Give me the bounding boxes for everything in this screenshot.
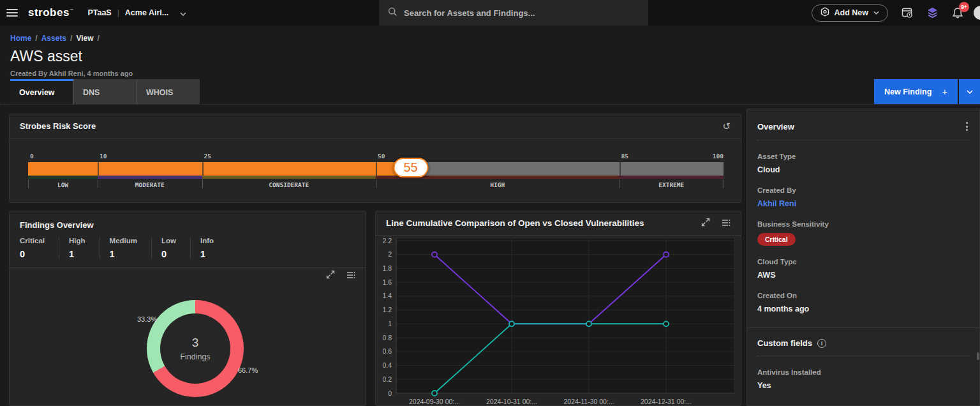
- chevron-down-icon: [873, 11, 879, 15]
- risk-score-header: Strobes Risk Score ↺: [10, 114, 741, 139]
- org-switcher[interactable]: Acme Airl...: [125, 8, 168, 17]
- svg-text:2.2: 2.2: [382, 237, 392, 244]
- svg-text:1: 1: [388, 320, 392, 327]
- divider: [10, 267, 366, 268]
- risk-score-gauge: 010255085100 55 LOWMODERATECONSIDERATEHI…: [28, 153, 724, 190]
- tab-dns[interactable]: DNS: [73, 79, 137, 104]
- scrollbar-thumb[interactable]: [977, 352, 979, 360]
- refresh-icon[interactable]: ↺: [722, 121, 731, 132]
- gauge-fill: [28, 162, 411, 176]
- breadcrumb-assets[interactable]: Assets: [41, 34, 66, 43]
- line-chart-toolbar: [701, 218, 731, 229]
- plus-icon: +: [942, 87, 947, 97]
- notification-count-badge: 9+: [959, 2, 969, 12]
- hamburger-menu-icon[interactable]: [6, 9, 18, 17]
- sidebar-header: Overview: [757, 109, 969, 140]
- hexagon-icon: [820, 7, 829, 19]
- breadcrumb-view: View: [76, 34, 93, 43]
- stat-info: Info 1: [190, 237, 228, 259]
- field-antivirus-installed: Antivirus Installed Yes: [757, 368, 969, 390]
- search-input[interactable]: [404, 8, 639, 18]
- findings-donut[interactable]: 3 Findings: [147, 300, 244, 397]
- line-chart-header: Line Cumulative Comparison of Open vs Cl…: [376, 211, 741, 236]
- breadcrumb-separator: /: [98, 34, 100, 43]
- custom-fields-header: Custom fields i: [757, 338, 969, 356]
- donut-label-red: 66.7%: [238, 366, 258, 374]
- stat-low: Low 0: [151, 237, 190, 259]
- topbar: strobes™ PTaaS | Acme Airl... Add New: [0, 0, 980, 26]
- expand-icon[interactable]: [701, 218, 710, 229]
- field-asset-type: Asset Type Cloud: [757, 153, 969, 174]
- risk-score-pill: 55: [393, 158, 428, 177]
- chevron-down-icon: [967, 90, 973, 94]
- donut-center: 3 Findings: [160, 313, 230, 384]
- svg-text:2024-10-31 00:...: 2024-10-31 00:...: [486, 398, 537, 405]
- line-chart-card: Line Cumulative Comparison of Open vs Cl…: [375, 211, 741, 406]
- brand-logo[interactable]: strobes™: [28, 6, 73, 19]
- donut-caption: Findings: [180, 352, 210, 361]
- svg-text:2024-11-30 00:...: 2024-11-30 00:...: [563, 398, 614, 405]
- breadcrumb-home[interactable]: Home: [10, 34, 31, 43]
- product-name: PTaaS: [87, 8, 111, 17]
- kebab-menu-icon[interactable]: [965, 121, 969, 132]
- svg-text:0.8: 0.8: [382, 334, 392, 342]
- stat-medium: Medium 1: [100, 237, 151, 259]
- divider: [757, 140, 969, 140]
- chart-menu-icon[interactable]: [722, 218, 731, 229]
- add-new-button[interactable]: Add New: [812, 4, 888, 22]
- donut-toolbar: [326, 270, 355, 282]
- asset-detail-sidebar: Overview Asset Type Cloud Created By Akh…: [746, 109, 980, 406]
- chart-menu-icon[interactable]: [346, 270, 355, 282]
- svg-text:1.8: 1.8: [382, 264, 392, 272]
- notifications-bell-icon[interactable]: 9+: [952, 7, 963, 19]
- svg-text:2: 2: [388, 250, 392, 258]
- layers-icon[interactable]: [926, 7, 939, 19]
- risk-score-title: Strobes Risk Score: [20, 121, 96, 131]
- field-cloud-type: Cloud Type AWS: [757, 258, 969, 280]
- new-finding-button[interactable]: New Finding +: [874, 79, 958, 104]
- tab-whois[interactable]: WHOIS: [137, 79, 200, 104]
- custom-fields-title: Custom fields: [757, 338, 812, 348]
- gauge-ticks: 010255085100: [28, 153, 724, 161]
- svg-text:1.6: 1.6: [382, 278, 392, 286]
- gauge-strip: [28, 176, 724, 179]
- tab-overview[interactable]: Overview: [10, 79, 73, 104]
- svg-text:0.4: 0.4: [382, 361, 392, 369]
- donut-label-green: 33.3%: [137, 315, 157, 323]
- svg-text:1.4: 1.4: [382, 292, 392, 299]
- critical-badge: Critical: [757, 233, 796, 246]
- page-subtitle: Created By Akhil Reni, 4 months ago: [10, 70, 133, 77]
- field-created-by: Created By Akhil Reni: [757, 186, 969, 208]
- new-finding-dropdown-button[interactable]: [959, 79, 980, 104]
- add-new-label: Add New: [835, 8, 868, 17]
- svg-text:2024-09-30 00:...: 2024-09-30 00:...: [409, 398, 460, 405]
- created-by-link[interactable]: Akhil Reni: [757, 199, 969, 208]
- stat-high: High 1: [59, 237, 100, 259]
- topbar-right: Add New 9+: [812, 0, 980, 26]
- line-chart-svg: 00.20.40.60.811.21.41.61.822.22024-09-30…: [376, 237, 742, 406]
- gauge-bar: 55: [28, 162, 724, 176]
- field-business-sensitivity: Business Sensitivity Critical: [757, 220, 969, 246]
- scan-schedule-icon[interactable]: [902, 7, 913, 19]
- topbar-left: strobes™ PTaaS | Acme Airl...: [0, 6, 186, 19]
- line-chart[interactable]: 00.20.40.60.811.21.41.61.822.22024-09-30…: [376, 237, 742, 406]
- divider: [757, 356, 969, 356]
- risk-score-card: Strobes Risk Score ↺ 010255085100 55 LOW…: [9, 114, 741, 203]
- info-icon[interactable]: i: [817, 339, 826, 348]
- svg-text:0.6: 0.6: [382, 347, 392, 355]
- page-title: AWS asset: [10, 48, 133, 65]
- divider: [747, 327, 979, 328]
- chevron-down-icon[interactable]: [180, 7, 186, 19]
- tab-bar: Overview DNS WHOIS New Finding +: [0, 79, 980, 105]
- trademark-mark: ™: [70, 8, 74, 12]
- svg-text:0: 0: [388, 389, 392, 397]
- app-root: strobes™ PTaaS | Acme Airl... Add New: [0, 0, 980, 406]
- line-chart-title: Line Cumulative Comparison of Open vs Cl…: [386, 218, 644, 228]
- global-search[interactable]: [379, 0, 648, 26]
- svg-text:2024-12-31 00:...: 2024-12-31 00:...: [641, 398, 692, 405]
- field-created-on: Created On 4 months ago: [757, 292, 969, 313]
- breadcrumb-separator: /: [35, 34, 37, 43]
- expand-icon[interactable]: [326, 270, 335, 282]
- findings-overview-title: Findings Overview: [20, 220, 94, 230]
- svg-text:0.2: 0.2: [382, 375, 392, 383]
